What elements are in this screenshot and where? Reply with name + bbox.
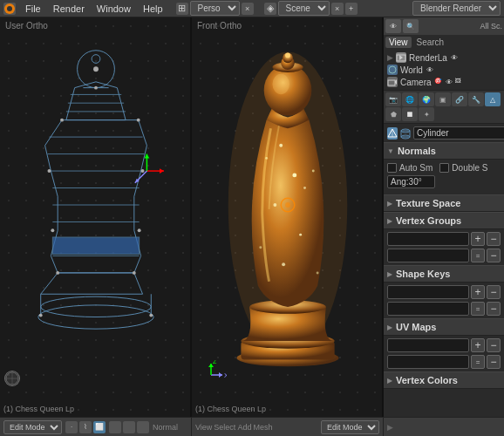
- outliner-area: ▶ RenderLa 👁 World 👁 Camera: [384, 50, 504, 91]
- view-tab-icon[interactable]: 👁: [385, 19, 401, 33]
- left-toolbar-icons: [109, 421, 149, 433]
- svg-point-63: [265, 157, 268, 160]
- outliner-item-renderla[interactable]: ▶ RenderLa 👁: [385, 51, 502, 64]
- vertex-colors-section-label: Vertex Colors: [396, 375, 458, 385]
- tab-search[interactable]: Search: [413, 37, 448, 48]
- svg-point-60: [285, 52, 290, 58]
- prop-tab-material[interactable]: ⬟: [385, 107, 401, 121]
- prop-tab-scene[interactable]: 🌐: [402, 92, 418, 106]
- svg-point-32: [133, 271, 136, 275]
- svg-point-49: [279, 144, 283, 147]
- uv-maps-eq-btn[interactable]: =: [471, 355, 485, 369]
- bottom-select-menu[interactable]: Select: [214, 423, 235, 432]
- svg-point-33: [39, 314, 43, 317]
- viewport-left[interactable]: User Ortho: [0, 17, 192, 417]
- shape-keys-add-btn[interactable]: +: [471, 285, 485, 299]
- double-s-label[interactable]: Double S: [439, 163, 487, 173]
- uv-maps-add-btn[interactable]: +: [471, 338, 485, 352]
- angle-input[interactable]: [387, 175, 435, 188]
- scene-add-btn[interactable]: +: [345, 3, 358, 15]
- prop-tab-data[interactable]: △: [485, 92, 501, 106]
- prop-tab-render[interactable]: 📷: [385, 92, 401, 106]
- viewport-right[interactable]: Front Ortho: [192, 17, 384, 417]
- uv-maps-section-header[interactable]: ▶ UV Maps: [384, 318, 504, 336]
- double-s-checkbox[interactable]: [439, 163, 449, 173]
- menu-help[interactable]: Help: [140, 3, 166, 14]
- shape-keys-remove-btn[interactable]: −: [487, 285, 501, 299]
- texture-space-section-label: Texture Space: [396, 198, 460, 208]
- vertex-groups-minus2-btn[interactable]: −: [487, 249, 501, 262]
- side-panel: 👁 🔍 All Sc. View Search ▶ RenderLa 👁: [384, 17, 504, 417]
- svg-point-52: [299, 234, 302, 236]
- vertex-colors-section-header[interactable]: ▶ Vertex Colors: [384, 371, 504, 389]
- shape-keys-list: [387, 285, 469, 299]
- vertex-select-btn[interactable]: ·: [65, 421, 78, 433]
- bottom-add-menu[interactable]: Add: [237, 423, 251, 432]
- vertex-groups-actions: = −: [384, 249, 504, 265]
- edge-select-btn[interactable]: ⌇: [79, 421, 92, 433]
- face-select-btn[interactable]: ⬜: [93, 421, 106, 433]
- vertex-groups-section-header[interactable]: ▶ Vertex Groups: [384, 212, 504, 229]
- prop-tab-object[interactable]: ▣: [435, 92, 451, 106]
- chess-queen-wireframe: [13, 44, 179, 366]
- outliner-item-camera[interactable]: Camera 🎯 👁 🖼: [385, 76, 502, 88]
- uv-maps-section-label: UV Maps: [396, 322, 436, 332]
- shape-keys-eq-btn[interactable]: =: [471, 302, 485, 316]
- scene-close-btn[interactable]: ×: [331, 3, 344, 15]
- vertex-groups-remove-btn[interactable]: −: [487, 232, 501, 246]
- texture-space-section-header[interactable]: ▶ Texture Space: [384, 194, 504, 212]
- camera-render-btn[interactable]: 🖼: [455, 78, 461, 86]
- prop-tab-texture[interactable]: 🔲: [402, 107, 418, 121]
- uv-maps-minus2-btn[interactable]: −: [487, 355, 501, 369]
- prop-tab-modifier[interactable]: 🔧: [468, 92, 484, 106]
- render-engine-selector[interactable]: Blender Render: [412, 1, 501, 16]
- renderla-eye[interactable]: 👁: [450, 53, 459, 62]
- world-icon: [387, 65, 398, 75]
- normals-section-header[interactable]: ▼ Normals: [384, 142, 504, 160]
- icon-tabs-row: 👁 🔍 All Sc.: [384, 17, 504, 35]
- shape-keys-section-header[interactable]: ▶ Shape Keys: [384, 265, 504, 283]
- world-eye[interactable]: 👁: [426, 65, 434, 74]
- edit-mode-selector-right[interactable]: Edit Mode: [321, 420, 379, 434]
- menu-render[interactable]: Render: [51, 3, 87, 14]
- nav-widget-left[interactable]: [4, 371, 20, 386]
- normals-section-content: Auto Sm Double S: [384, 160, 504, 194]
- mesh-name-input[interactable]: [413, 126, 504, 140]
- menu-window[interactable]: Window: [94, 3, 133, 14]
- tab-view[interactable]: View: [385, 37, 412, 48]
- prop-tab-world[interactable]: 🌍: [419, 92, 434, 106]
- bottom-view-menu[interactable]: View: [195, 423, 212, 432]
- snapping-btn[interactable]: [123, 421, 135, 433]
- editor-type-selector[interactable]: Perso: [190, 1, 240, 16]
- svg-point-50: [292, 173, 296, 177]
- camera-eye[interactable]: 👁: [445, 78, 453, 86]
- search-tab-icon[interactable]: 🔍: [403, 19, 419, 33]
- vertex-groups-add-btn[interactable]: +: [471, 232, 485, 246]
- outliner-item-world[interactable]: World 👁: [385, 64, 502, 76]
- vertex-groups-triangle-icon: ▶: [387, 217, 392, 225]
- mirror-btn[interactable]: [137, 421, 149, 433]
- vertex-groups-eq-btn[interactable]: =: [471, 249, 485, 262]
- top-menu-bar: File Render Window Help ⊞ Perso × ◈ Scen…: [0, 0, 504, 17]
- svg-point-64: [312, 170, 315, 173]
- auto-smooth-label[interactable]: Auto Sm: [387, 163, 432, 173]
- camera-restrict-btn[interactable]: 🎯: [434, 78, 443, 86]
- properties-header-tabs: 📷 🌐 🌍 ▣ 🔗 🔧 △ ⬟ 🔲 ✦: [384, 91, 504, 124]
- uv-maps-remove-btn[interactable]: −: [487, 338, 501, 352]
- svg-point-30: [138, 228, 141, 232]
- auto-smooth-checkbox[interactable]: [387, 163, 397, 173]
- prop-tab-particles[interactable]: ✦: [419, 107, 434, 121]
- svg-marker-36: [160, 168, 164, 174]
- editor-close-btn[interactable]: ×: [242, 3, 254, 15]
- shape-keys-minus2-btn[interactable]: −: [487, 302, 501, 316]
- edit-mode-selector-left[interactable]: Edit Mode: [3, 420, 62, 434]
- scene-selector[interactable]: Scene: [278, 1, 330, 16]
- camera-label: Camera: [400, 78, 432, 87]
- proportional-edit-btn[interactable]: [109, 421, 121, 433]
- auto-smooth-text: Auto Sm: [399, 163, 432, 173]
- svg-point-29: [51, 228, 54, 232]
- svg-point-24: [94, 86, 98, 90]
- bottom-mesh-menu[interactable]: Mesh: [253, 423, 272, 432]
- menu-file[interactable]: File: [23, 3, 44, 14]
- prop-tab-constraints[interactable]: 🔗: [452, 92, 467, 106]
